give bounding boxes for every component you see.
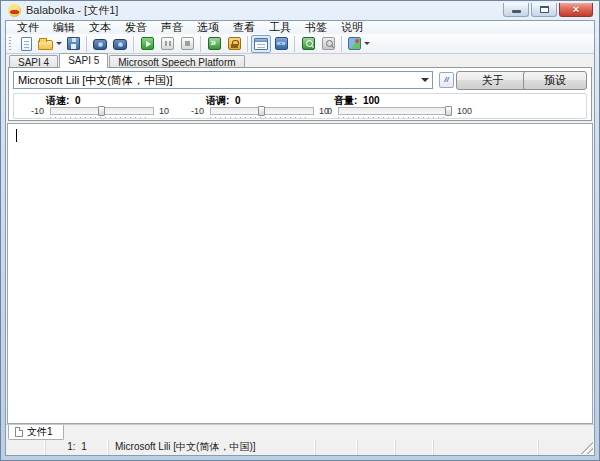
voice-menu-button[interactable]	[345, 35, 372, 53]
open-file-icon	[38, 40, 53, 50]
record-audio-icon	[113, 39, 127, 50]
export-audio-icon	[93, 39, 107, 50]
engine-tabs: SAPI 4 SAPI 5 Microsoft Speech Platform	[6, 54, 594, 68]
volume-value: 100	[363, 95, 380, 106]
refresh-text-button[interactable]	[204, 35, 224, 53]
rate-ticks	[50, 116, 149, 119]
pitch-thumb[interactable]	[258, 106, 265, 116]
zoom-out-icon	[322, 37, 335, 50]
window-frame: Balabolka - [文件1] × 文件 编辑 文本 发音 声音 选项 查看…	[0, 0, 600, 461]
status-cursor-position: 1: 1	[46, 440, 109, 455]
resize-grip[interactable]	[581, 442, 593, 454]
volume-thumb[interactable]	[445, 106, 452, 116]
status-panel-empty	[434, 440, 539, 455]
menu-pronounce[interactable]: 发音	[118, 21, 154, 34]
volume-slider: 音量: 100 0 100	[310, 95, 478, 119]
pause-icon	[161, 37, 174, 50]
volume-track-groove	[338, 107, 452, 115]
toolbar-grip[interactable]	[9, 37, 13, 51]
dictionary-icon	[275, 37, 288, 50]
play-button[interactable]	[137, 35, 157, 53]
record-audio-button[interactable]	[110, 35, 130, 53]
menu-text[interactable]: 文本	[82, 21, 118, 34]
maximize-button[interactable]	[531, 3, 557, 17]
menu-edit[interactable]: 编辑	[46, 21, 82, 34]
pause-button[interactable]	[157, 35, 177, 53]
text-panel-toggle-button[interactable]	[251, 35, 271, 53]
status-panel-empty	[6, 440, 46, 455]
pitch-min-label: -10	[182, 106, 204, 116]
stop-icon	[181, 37, 194, 50]
menu-options[interactable]: 选项	[190, 21, 226, 34]
lock-text-button[interactable]	[224, 35, 244, 53]
status-panel-empty	[396, 440, 434, 455]
titlebar: Balabolka - [文件1] ×	[1, 1, 599, 20]
client-area: 文件 编辑 文本 发音 声音 选项 查看 工具 书签 说明	[5, 20, 595, 456]
menu-voice[interactable]: 声音	[154, 21, 190, 34]
document-icon	[15, 427, 23, 437]
menu-file[interactable]: 文件	[10, 21, 46, 34]
minimize-icon	[512, 10, 521, 13]
volume-label: 音量:	[334, 95, 363, 106]
close-icon: ×	[560, 3, 592, 16]
pitch-value: 0	[235, 95, 241, 106]
zoom-in-button[interactable]	[298, 35, 318, 53]
text-panel-icon	[254, 38, 268, 50]
pitch-ticks	[210, 116, 309, 119]
status-panel-empty	[358, 440, 396, 455]
toolbar	[6, 34, 594, 54]
open-file-button[interactable]	[36, 35, 63, 53]
export-audio-button[interactable]	[90, 35, 110, 53]
voice-info-button[interactable]: //	[439, 72, 454, 88]
voice-row: Microsoft Lili [中文(简体，中国)] // 关于 预设	[13, 71, 587, 89]
play-icon	[141, 37, 154, 50]
toolbar-separator	[133, 36, 134, 52]
dropdown-arrow-icon	[364, 42, 370, 45]
close-button[interactable]: ×	[559, 3, 593, 17]
volume-track[interactable]	[338, 106, 452, 116]
about-voice-button[interactable]: 关于	[456, 71, 529, 90]
toolbar-separator	[86, 36, 87, 52]
menu-view[interactable]: 查看	[226, 21, 262, 34]
new-file-icon	[21, 37, 32, 51]
rate-value: 0	[75, 95, 81, 106]
rate-thumb[interactable]	[98, 106, 105, 116]
status-panel-empty	[539, 440, 594, 455]
document-tab[interactable]: 文件1	[8, 425, 64, 440]
toolbar-separator	[247, 36, 248, 52]
combobox-arrow-icon[interactable]	[421, 78, 429, 82]
volume-min-label: 0	[310, 106, 332, 116]
text-caret	[16, 129, 17, 142]
voice-menu-icon	[348, 37, 361, 50]
tab-sapi5[interactable]: SAPI 5	[59, 53, 108, 68]
zoom-out-button[interactable]	[318, 35, 338, 53]
toolbar-separator	[294, 36, 295, 52]
rate-track[interactable]	[50, 106, 154, 116]
voice-parameters-group: 语速: 0 -10 10 语调: 0 -10 10	[13, 93, 587, 119]
pitch-label: 语调:	[206, 95, 235, 106]
document-tabs: 文件1	[6, 424, 594, 440]
toolbar-separator	[200, 36, 201, 52]
status-current-voice: Microsoft Lili [中文(简体，中国)]	[109, 440, 316, 455]
rate-max-label: 10	[154, 106, 180, 116]
menu-bookmarks[interactable]: 书签	[298, 21, 334, 34]
rate-min-label: -10	[22, 106, 44, 116]
dropdown-arrow-icon	[56, 42, 62, 45]
menu-help[interactable]: 说明	[334, 21, 370, 34]
rate-slider: 语速: 0 -10 10	[22, 95, 180, 119]
menu-tools[interactable]: 工具	[262, 21, 298, 34]
refresh-text-icon	[208, 37, 221, 50]
stop-button[interactable]	[177, 35, 197, 53]
text-editor[interactable]	[7, 123, 593, 424]
app-icon[interactable]	[8, 4, 21, 17]
save-file-button[interactable]	[63, 35, 83, 53]
pitch-track[interactable]	[210, 106, 314, 116]
voice-combobox[interactable]: Microsoft Lili [中文(简体，中国)]	[13, 71, 433, 89]
dictionary-button[interactable]	[271, 35, 291, 53]
new-file-button[interactable]	[16, 35, 36, 53]
volume-ticks	[338, 116, 447, 119]
document-tab-label: 文件1	[27, 425, 53, 439]
presets-button[interactable]: 预设	[523, 71, 587, 90]
minimize-button[interactable]	[503, 3, 529, 17]
lock-text-icon	[228, 37, 241, 50]
